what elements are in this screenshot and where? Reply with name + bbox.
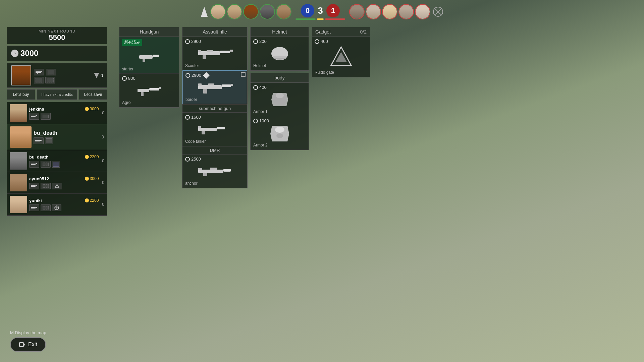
weapon-slot-2 [46, 69, 56, 75]
yuniki-w2 [41, 204, 51, 211]
armor1-image [253, 91, 306, 108]
assault-border[interactable]: 2900 border [182, 70, 247, 104]
svg-rect-22 [143, 59, 145, 62]
jenkins-weapon2 [41, 113, 51, 120]
x-marker [431, 4, 445, 19]
team-member-jenkins: jenkins 3000 0 [7, 102, 107, 124]
ruido-price: 400 [315, 39, 367, 44]
price-circle2 [185, 39, 190, 44]
credit-icon: ○ [11, 50, 18, 57]
smg-codetalker[interactable]: 1600 Code talker [182, 113, 247, 146]
price-circle7 [253, 85, 258, 90]
team-member-eyun: eyun0512 3000 [7, 172, 107, 194]
svg-rect-15 [31, 207, 36, 208]
dmr-header: DMR [182, 146, 247, 155]
eyun-w3 [52, 183, 62, 189]
body-header: body [251, 73, 309, 83]
team2-player2-avatar [366, 4, 381, 19]
helmet-image [253, 45, 306, 62]
svg-rect-38 [231, 84, 233, 86]
exit-button[interactable]: Exit [10, 337, 46, 352]
team2-player4-avatar [398, 4, 414, 19]
extra-credits-button[interactable]: I have extra credits [37, 89, 77, 100]
yuniki-weapons [29, 204, 99, 211]
team2-player5-avatar [415, 4, 430, 19]
starter-image [122, 49, 176, 65]
svg-rect-39 [198, 128, 217, 131]
armor2-price: 1000 [253, 118, 306, 123]
svg-rect-28 [220, 51, 230, 53]
score-display: 0 3 1 [296, 4, 345, 20]
handgun-starter[interactable]: 所有済み starter [119, 37, 179, 74]
handgun-column: Handgun 所有済み starter 800 [119, 27, 179, 188]
svg-rect-45 [198, 168, 202, 170]
svg-rect-4 [36, 71, 41, 73]
assault-column: Assault rifle 2900 S [182, 27, 248, 188]
svg-rect-46 [203, 173, 207, 176]
svg-point-53 [276, 133, 283, 138]
ability-slot-1 [34, 77, 44, 83]
player-weapons [34, 69, 91, 75]
eyun-w1 [29, 183, 39, 189]
border-image [185, 79, 244, 96]
assault-header: Assault rifle [182, 27, 247, 37]
next-round-label: MIN NEXT ROUND [10, 29, 104, 33]
budeath-weapon2 [45, 137, 53, 144]
budeath-items2: 0 [102, 159, 104, 163]
exit-label: Exit [28, 342, 37, 348]
armor1-item[interactable]: 400 Armor 1 [251, 83, 309, 116]
team1-player3-avatar [243, 4, 259, 19]
yuniki-name: yuniki [29, 198, 42, 203]
svg-rect-23 [138, 89, 149, 92]
current-player-avatar [11, 65, 31, 85]
team1-avatars [199, 4, 291, 19]
budeath-main-info: bu_death [34, 130, 98, 144]
next-round-value: 5500 [10, 33, 104, 42]
handgun-agro[interactable]: 800 Agro [119, 74, 179, 107]
svg-rect-34 [222, 84, 231, 87]
jenkins-credits: 3000 [85, 107, 99, 111]
border-price: 2900 [185, 73, 244, 78]
svg-rect-35 [198, 83, 202, 85]
budeath-weapons [34, 137, 98, 144]
svg-rect-30 [198, 50, 201, 52]
top-hud: 0 3 1 [0, 0, 644, 23]
assault-scouter[interactable]: 2900 Scouter [182, 37, 247, 70]
yuniki-w3 [52, 204, 61, 211]
svg-rect-21 [153, 55, 159, 57]
svg-rect-11 [31, 164, 36, 165]
vp-value: 0 [101, 73, 103, 78]
team-member-budeath: bu_death 2200 [7, 150, 107, 172]
gadget-category: Gadget 0/2 400 Ruido gate [312, 27, 370, 77]
budeath-avatar [10, 152, 27, 170]
dmr-anchor[interactable]: 2500 anchor [182, 155, 247, 188]
gadget-ruido[interactable]: 400 Ruido gate [312, 37, 370, 77]
eyun-credits: 3000 [85, 176, 99, 181]
helmet-item[interactable]: 200 Helmet [251, 37, 309, 70]
helmet-price: 200 [253, 39, 306, 44]
eyun-info: eyun0512 3000 [29, 176, 99, 189]
jenkins-avatar [10, 104, 27, 122]
bud-w3 [52, 161, 60, 168]
save-button[interactable]: Let's save [79, 89, 107, 100]
anchor-image [185, 163, 245, 180]
starter-name: starter [122, 67, 176, 71]
score-team1: 0 [301, 4, 314, 17]
armor2-item[interactable]: 1000 Armor 2 [251, 116, 309, 150]
next-round-box: MIN NEXT ROUND 5500 [7, 27, 107, 44]
svg-rect-7 [31, 116, 36, 117]
handgun-header: Handgun [119, 27, 179, 37]
codetalker-name: Code talker [185, 139, 245, 144]
svg-rect-14 [36, 185, 37, 186]
price-circle5 [185, 157, 190, 162]
current-player-info: 0 [7, 63, 107, 88]
budeath-items: 0 [102, 135, 104, 139]
svg-rect-37 [208, 83, 214, 85]
buy-button[interactable]: Let's buy [7, 89, 35, 100]
price-circle3 [185, 73, 190, 78]
svg-rect-47 [210, 168, 217, 170]
yuniki-info: yuniki 2200 [29, 198, 99, 211]
weapon-slot-1 [34, 69, 44, 75]
helmet-header: Helmet [251, 27, 309, 37]
price-circle [122, 76, 127, 81]
